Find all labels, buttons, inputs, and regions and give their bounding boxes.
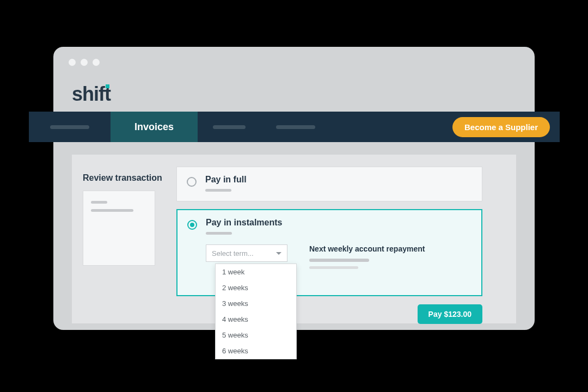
term-option[interactable]: 4 weeks [216, 311, 296, 327]
nav-label: Invoices [134, 121, 174, 133]
option-title: Pay in full [205, 175, 472, 185]
term-option[interactable]: 3 weeks [216, 296, 296, 311]
option-title: Pay in instalments [206, 218, 471, 228]
nav-item-placeholder[interactable] [198, 112, 261, 142]
repayment-stub [309, 259, 369, 262]
radio-unselected-icon[interactable] [187, 177, 197, 187]
radio-selected-icon[interactable] [187, 220, 197, 230]
pay-in-full-option[interactable]: Pay in full [176, 167, 482, 201]
repayment-title: Next weekly account repayment [309, 244, 471, 253]
nav-item-placeholder[interactable] [261, 112, 330, 142]
term-select[interactable]: Select term... [206, 244, 287, 262]
brand-logo: shift [72, 83, 111, 106]
nav-stub [213, 125, 246, 129]
main-navbar: Invoices Become a Supplier [29, 112, 560, 142]
summary-stub [91, 201, 107, 204]
option-stub [206, 232, 232, 235]
repayment-stub [309, 266, 358, 269]
term-option[interactable]: 2 weeks [216, 280, 296, 296]
window-dot[interactable] [93, 59, 100, 66]
select-placeholder: Select term... [212, 249, 254, 258]
brand-logo-accent [106, 84, 109, 88]
option-body: Pay in instalments Select term... Next w… [206, 218, 471, 269]
section-title: Review transaction [83, 173, 162, 183]
pay-button[interactable]: Pay $123.00 [418, 304, 482, 324]
chevron-down-icon [276, 252, 281, 255]
summary-stub [91, 209, 133, 212]
nav-item-placeholder[interactable] [29, 112, 111, 142]
term-option[interactable]: 6 weeks [216, 343, 296, 359]
nav-stub [276, 125, 315, 129]
repayment-info: Next weekly account repayment [309, 244, 471, 269]
window-dot[interactable] [69, 59, 76, 66]
term-dropdown[interactable]: 1 week 2 weeks 3 weeks 4 weeks 5 weeks 6… [215, 264, 297, 359]
option-body: Pay in full [205, 175, 472, 192]
term-option[interactable]: 5 weeks [216, 327, 296, 343]
option-stub [205, 189, 231, 192]
term-option[interactable]: 1 week [216, 264, 296, 280]
nav-stub [50, 125, 89, 129]
window-controls [69, 59, 100, 66]
nav-item-invoices[interactable]: Invoices [111, 112, 198, 142]
window-dot[interactable] [81, 59, 88, 66]
become-supplier-button[interactable]: Become a Supplier [452, 117, 550, 137]
transaction-summary-card [83, 191, 155, 266]
